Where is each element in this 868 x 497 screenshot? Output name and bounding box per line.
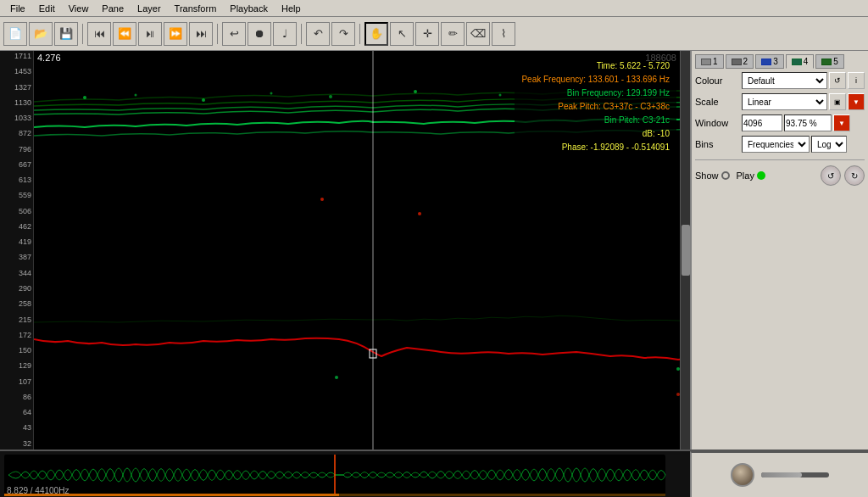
tab-label-4: 4 xyxy=(804,57,809,66)
volume-knob[interactable] xyxy=(731,463,754,487)
bottom-section: 8.829 / 44100Hz xyxy=(0,450,868,497)
y-axis: 1711 1453 1327 1130 1033 872 796 667 613… xyxy=(0,51,34,450)
y-label: 613 xyxy=(2,176,31,184)
menu-edit[interactable]: Edit xyxy=(32,2,62,15)
toolbar-sep-2 xyxy=(217,24,218,44)
play-dot-on[interactable] xyxy=(757,171,765,180)
y-label: 872 xyxy=(2,130,31,137)
colour-label: Colour xyxy=(695,75,742,86)
window-info-button[interactable]: ▼ xyxy=(833,114,850,131)
tab-icon-5 xyxy=(821,59,832,65)
tab-label-3: 3 xyxy=(773,57,778,66)
bins-row: Bins Frequencies Bins Log Linear xyxy=(695,136,865,153)
show-play-row: Show Play ↺ ↻ xyxy=(695,159,865,186)
record-button[interactable]: ⏺ xyxy=(248,22,271,46)
draw-tool-button[interactable]: ✏ xyxy=(441,22,465,46)
svg-point-14 xyxy=(418,212,421,215)
new-button[interactable]: 📄 xyxy=(3,22,27,46)
info-peak-pitch: Peak Pitch: C3+37c - C3+38c xyxy=(521,100,670,114)
y-label: 667 xyxy=(2,161,31,169)
save-button[interactable]: 💾 xyxy=(54,22,78,46)
metronome-button[interactable]: ♩ xyxy=(273,22,297,46)
volume-slider-container xyxy=(761,472,829,477)
y-label: 419 xyxy=(2,238,31,246)
menu-help[interactable]: Help xyxy=(275,2,308,15)
y-label: 43 xyxy=(2,424,31,432)
select-tool-button[interactable]: ✋ xyxy=(364,22,388,46)
menu-transform[interactable]: Transform xyxy=(168,2,224,15)
y-label: 462 xyxy=(2,223,31,231)
rewind-button[interactable]: ⏪ xyxy=(113,22,136,46)
y-label: 387 xyxy=(2,254,31,261)
play-label: Play xyxy=(737,170,754,181)
undo-button[interactable]: ↶ xyxy=(306,22,330,46)
toolbar-sep-1 xyxy=(82,24,83,44)
spectrogram-container[interactable]: 1711 1453 1327 1130 1033 872 796 667 613… xyxy=(0,51,690,450)
menu-view[interactable]: View xyxy=(62,2,96,15)
scrollbar-thumb[interactable] xyxy=(682,225,690,276)
y-label: 559 xyxy=(2,192,31,199)
y-label: 86 xyxy=(2,394,31,401)
y-label: 150 xyxy=(2,347,31,355)
info-db: dB: -10 xyxy=(521,127,670,141)
info-bin-freq: Bin Frequency: 129.199 Hz xyxy=(521,87,670,100)
play-pause-button[interactable]: ⏯ xyxy=(138,22,162,46)
menubar: File Edit View Pane Layer Transform Play… xyxy=(0,0,868,17)
menu-file[interactable]: File xyxy=(3,2,32,15)
info-overlay: Time: 5.622 - 5.720 Peak Frequency: 133.… xyxy=(515,54,676,159)
colour-info-button[interactable]: i xyxy=(848,72,865,89)
cursor-tool-button[interactable]: ↖ xyxy=(390,22,414,46)
panel-tab-4[interactable]: 4 xyxy=(786,54,815,69)
window-input[interactable] xyxy=(742,114,782,131)
y-label: 258 xyxy=(2,300,31,308)
forward-end-button[interactable]: ⏭ xyxy=(189,22,213,46)
waveform-area[interactable]: 8.829 / 44100Hz xyxy=(0,451,690,497)
fast-forward-button[interactable]: ⏩ xyxy=(164,22,187,46)
menu-layer[interactable]: Layer xyxy=(131,2,168,15)
rotate-left-button[interactable]: ↺ xyxy=(821,165,841,186)
svg-point-7 xyxy=(329,95,332,98)
toolbar-sep-3 xyxy=(301,24,302,44)
tab-icon-4 xyxy=(792,59,802,65)
y-label: 129 xyxy=(2,362,31,370)
menu-pane[interactable]: Pane xyxy=(95,2,131,15)
panel-tab-1[interactable]: 1 xyxy=(695,54,724,69)
move-tool-button[interactable]: ✛ xyxy=(415,22,439,46)
window-pct-input[interactable] xyxy=(784,114,832,131)
y-label: 215 xyxy=(2,316,31,324)
redo-button[interactable]: ↷ xyxy=(331,22,355,46)
volume-slider[interactable] xyxy=(761,472,829,477)
rewind-start-button[interactable]: ⏮ xyxy=(87,22,111,46)
bins-label: Bins xyxy=(695,139,742,149)
y-label: 1130 xyxy=(2,99,31,107)
colour-reset-button[interactable]: ↺ xyxy=(829,72,846,89)
panel-tab-5[interactable]: 5 xyxy=(815,54,844,69)
right-panel: 1 2 3 4 5 Colour Default xyxy=(690,51,868,450)
rotate-right-button[interactable]: ↻ xyxy=(844,165,865,186)
loop-button[interactable]: ↩ xyxy=(222,22,246,46)
info-bin-pitch: Bin Pitch: C3-21c xyxy=(521,114,670,127)
window-label: Window xyxy=(695,118,742,128)
svg-point-6 xyxy=(270,92,273,95)
erase-tool-button[interactable]: ⌫ xyxy=(466,22,490,46)
scale-btn1[interactable]: ▣ xyxy=(829,93,846,110)
y-label: 1327 xyxy=(2,84,31,92)
panel-tab-2[interactable]: 2 xyxy=(726,54,754,69)
svg-point-18 xyxy=(676,367,680,371)
show-radio-off[interactable] xyxy=(721,171,730,180)
scale-select[interactable]: Linear Log Mel xyxy=(742,93,827,110)
panel-tab-3[interactable]: 3 xyxy=(755,54,784,69)
spectrogram-scrollbar[interactable] xyxy=(680,51,690,450)
spectrogram-view[interactable]: 4.276 188608 Time: 5.622 - 5.720 Peak Fr… xyxy=(34,51,680,450)
bins-type-select[interactable]: Frequencies Bins xyxy=(742,136,810,153)
svg-point-15 xyxy=(676,393,680,396)
colour-select[interactable]: Default Sunset Banded xyxy=(742,72,827,89)
svg-point-17 xyxy=(335,376,338,379)
info-phase: Phase: -1.92089 - -0.514091 xyxy=(521,141,670,154)
bins-scale-select[interactable]: Log Linear xyxy=(811,136,847,153)
measure-tool-button[interactable]: ⌇ xyxy=(492,22,515,46)
open-button[interactable]: 📂 xyxy=(29,22,53,46)
menu-playback[interactable]: Playback xyxy=(223,2,275,15)
bottom-right-panel xyxy=(690,451,868,497)
scale-btn2[interactable]: ▼ xyxy=(848,93,865,110)
